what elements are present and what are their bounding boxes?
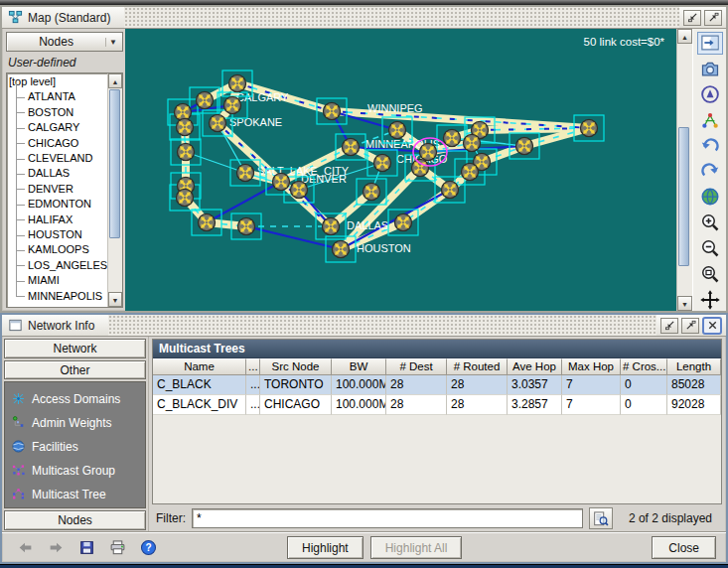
router-node-icon[interactable] <box>175 141 198 164</box>
map-maximize-button[interactable] <box>704 10 722 26</box>
zoom-out-button[interactable] <box>697 237 723 260</box>
print-button[interactable] <box>106 537 128 559</box>
filter-search-button[interactable] <box>589 507 613 529</box>
forward-button[interactable] <box>45 537 67 559</box>
router-node-icon[interactable] <box>234 162 257 185</box>
table-header-row: Name...Src NodeBW# Dest# RoutedAve HopMa… <box>153 358 721 375</box>
world-button[interactable] <box>697 186 723 209</box>
highlight-button[interactable]: Highlight <box>287 536 364 559</box>
router-node-icon[interactable] <box>235 215 258 238</box>
column-header[interactable]: # Dest <box>386 358 447 375</box>
column-header[interactable]: Ave Hop <box>508 358 562 375</box>
tree-item-boston[interactable]: BOSTON <box>9 105 107 120</box>
nodes-dropdown[interactable]: Nodes ▼ <box>6 32 123 52</box>
column-header[interactable]: Name <box>153 358 246 375</box>
scrollbar-track[interactable] <box>108 239 122 292</box>
map-restore-button[interactable] <box>683 10 701 26</box>
graph-layout-icon <box>700 110 720 130</box>
router-node-icon[interactable] <box>513 135 536 158</box>
scrollbar-track[interactable] <box>677 267 692 296</box>
table-row[interactable]: C_BLACK...TORONTO100.000M28283.035770850… <box>153 375 721 395</box>
scrollbar-thumb[interactable] <box>109 89 120 238</box>
tree-item-minneapolis[interactable]: MINNEAPOLIS <box>9 289 107 304</box>
svg-text:?: ? <box>145 542 151 553</box>
map-link <box>207 182 281 222</box>
node-list-scrollbar[interactable]: ▲ ▼ <box>107 73 122 307</box>
category-facilities[interactable]: Facilities <box>11 437 141 456</box>
city-label-houston: HOUSTON <box>357 242 411 254</box>
category-multicast-group[interactable]: Multicast Group <box>11 461 141 480</box>
tree-item-houston[interactable]: HOUSTON <box>9 227 107 242</box>
column-header[interactable]: # Routed <box>447 358 508 375</box>
map-vertical-scrollbar[interactable]: ▲ ▼ <box>676 29 692 311</box>
column-header[interactable]: Length <box>667 358 721 375</box>
scroll-down-button[interactable]: ▼ <box>108 292 122 307</box>
category-label: Access Domains <box>32 392 120 406</box>
tree-item-kamloops[interactable]: KAMLOOPS <box>9 242 107 257</box>
column-header[interactable]: # Cros... <box>621 358 667 375</box>
scroll-up-button[interactable]: ▲ <box>108 73 122 88</box>
close-button[interactable]: Close <box>652 536 716 559</box>
tree-item-edmonton[interactable]: EDMONTON <box>9 197 107 212</box>
scroll-up-button[interactable]: ▲ <box>677 29 692 44</box>
tree-item-halifax[interactable]: HALIFAX <box>9 213 107 227</box>
category-multicast-tree[interactable]: Multicast Tree <box>11 485 141 503</box>
tree-item-miami[interactable]: MIAMI <box>9 273 107 288</box>
map-canvas[interactable]: CALGARYSPOKANEWINNIPEGMINNEAPOLISCHICAGO… <box>125 29 676 311</box>
tree-item-chicago[interactable]: CHICAGO <box>9 136 107 151</box>
zoom-in-button[interactable] <box>697 212 723 234</box>
pan-button[interactable] <box>697 288 723 311</box>
screen-capture-button[interactable] <box>697 58 723 80</box>
category-admin-weights[interactable]: Admin Weights <box>11 413 141 432</box>
filter-row: Filter: 2 of 2 displayed <box>152 504 722 532</box>
tree-item-denver[interactable]: DENVER <box>9 182 107 197</box>
toggle-left-panel-button[interactable] <box>697 32 723 55</box>
restore-icon <box>663 319 676 332</box>
info-titlebar[interactable]: Network Info <box>2 315 726 337</box>
table-cell: C_BLACK <box>153 375 246 395</box>
info-close-button[interactable] <box>702 317 722 335</box>
compass-button[interactable] <box>697 83 723 106</box>
tab-nodes[interactable]: Nodes <box>4 510 146 530</box>
tree-item-calgary[interactable]: CALGARY <box>9 120 107 135</box>
column-header[interactable]: BW <box>332 358 386 375</box>
tree-root-item[interactable]: [top level] <box>9 74 107 89</box>
column-header[interactable]: Src Node <box>260 358 332 375</box>
router-node-icon[interactable] <box>578 117 601 140</box>
maximize-icon <box>707 11 720 24</box>
table-cell: 0 <box>621 375 667 395</box>
map-body: Nodes ▼ User-defined [top level]ATLANTAB… <box>2 29 726 311</box>
tree-item-cleveland[interactable]: CLEVELAND <box>9 151 107 166</box>
scrollbar-thumb[interactable] <box>678 127 689 266</box>
filter-input[interactable] <box>192 508 583 528</box>
zoom-box-button[interactable] <box>697 262 723 285</box>
tree-item-los_angeles[interactable]: LOS_ANGELES <box>9 258 107 273</box>
help-button[interactable]: ? <box>137 537 159 559</box>
info-maximize-button[interactable] <box>681 318 699 334</box>
tab-network[interactable]: Network <box>4 339 146 358</box>
column-header[interactable]: Max Hop <box>562 358 621 375</box>
tab-other[interactable]: Other <box>4 360 146 380</box>
tree-item-dallas[interactable]: DALLAS <box>9 166 107 181</box>
city-label-winnipeg: WINNIPEG <box>367 102 423 114</box>
highlight-all-button[interactable]: Highlight All <box>370 536 463 559</box>
router-node-icon[interactable] <box>321 100 344 123</box>
table-row[interactable]: C_BLACK_DIV...CHICAGO100.000M28283.28577… <box>153 395 721 415</box>
scroll-down-button[interactable]: ▼ <box>677 296 692 311</box>
map-titlebar[interactable]: Map (Standard) <box>2 7 726 29</box>
graph-layout-button[interactable] <box>697 108 723 131</box>
table-cell: 100.000M <box>332 395 386 415</box>
category-label: Admin Weights <box>32 416 111 430</box>
zoom-out-icon <box>700 238 720 258</box>
column-header[interactable]: ... <box>246 358 260 375</box>
tree-item-atlanta[interactable]: ATLANTA <box>9 89 107 104</box>
save-button[interactable] <box>75 537 97 559</box>
router-node-icon[interactable] <box>174 116 197 139</box>
print-icon <box>109 539 126 556</box>
info-restore-button[interactable] <box>660 318 678 334</box>
undo-button[interactable] <box>697 134 723 157</box>
back-button[interactable] <box>14 537 36 559</box>
redo-button[interactable] <box>697 160 723 183</box>
category-label: Facilities <box>32 440 78 454</box>
category-access-domains[interactable]: Access Domains <box>11 389 141 408</box>
